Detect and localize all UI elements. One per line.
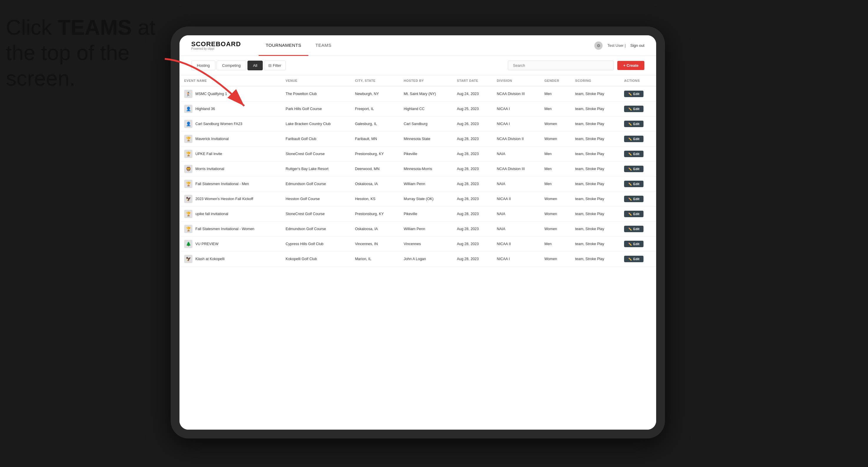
tablet-frame: SCOREBOARD Powered by clippl TOURNAMENTS…	[170, 27, 665, 438]
cell-venue: The Powelton Club	[281, 86, 350, 101]
pencil-icon	[628, 257, 632, 261]
tab-tournaments[interactable]: TOURNAMENTS	[259, 35, 308, 56]
cell-hosted-by: William Penn	[399, 177, 452, 192]
cell-venue: Ruttger's Bay Lake Resort	[281, 161, 350, 177]
event-icon: 👤	[184, 120, 192, 128]
cell-scoring: team, Stroke Play	[570, 117, 620, 131]
event-name-text: MSMC Qualifying 1	[195, 92, 227, 96]
cell-city: Deerwood, MN	[350, 161, 399, 177]
edit-button[interactable]: Edit	[624, 196, 644, 202]
cell-start-date: Aug 26, 2023	[452, 117, 492, 131]
cell-venue: Edmundson Golf Course	[281, 222, 350, 237]
pencil-icon	[628, 107, 632, 111]
edit-button[interactable]: Edit	[624, 91, 644, 97]
cell-venue: Hesston Golf Course	[281, 192, 350, 207]
cell-actions: Edit	[619, 131, 656, 147]
cell-event-name: 🏆 Fall Statesmen Invitational - Men	[180, 177, 281, 192]
cell-start-date: Aug 28, 2023	[452, 192, 492, 207]
edit-button[interactable]: Edit	[624, 151, 644, 157]
cell-gender: Women	[539, 252, 570, 267]
event-icon: 🦁	[184, 165, 192, 173]
cell-scoring: team, Stroke Play	[570, 147, 620, 161]
event-icon: 🏌	[184, 90, 192, 98]
cell-event-name: 🏌 MSMC Qualifying 1	[180, 86, 281, 101]
table-row: 🦅 2023 Women's Hesston Fall Kickoff Hess…	[180, 192, 656, 207]
edit-button[interactable]: Edit	[624, 181, 644, 187]
cell-division: NAIA	[492, 222, 539, 237]
pencil-icon	[628, 197, 632, 201]
create-button[interactable]: + Create	[617, 61, 644, 70]
cell-gender: Women	[539, 117, 570, 131]
edit-button[interactable]: Edit	[624, 211, 644, 217]
cell-scoring: team, Stroke Play	[570, 131, 620, 147]
event-name-text: Morris Invitational	[195, 167, 224, 171]
signout-link[interactable]: Sign out	[630, 43, 644, 48]
cell-start-date: Aug 28, 2023	[452, 207, 492, 222]
cell-event-name: 🦅 Klash at Kokopelli	[180, 252, 281, 267]
edit-button[interactable]: Edit	[624, 136, 644, 142]
cell-division: NCAA Division II	[492, 131, 539, 147]
table-row: 🌲 VU PREVIEW Cypress Hills Golf Club Vin…	[180, 237, 656, 252]
cell-venue: Edmundson Golf Course	[281, 177, 350, 192]
edit-button[interactable]: Edit	[624, 226, 644, 232]
cell-actions: Edit	[619, 161, 656, 177]
tab-teams[interactable]: TEAMS	[308, 35, 338, 56]
pencil-icon	[628, 167, 632, 171]
cell-event-name: 🌲 VU PREVIEW	[180, 237, 281, 252]
cell-city: Hesston, KS	[350, 192, 399, 207]
cell-actions: Edit	[619, 147, 656, 161]
event-icon: 🌲	[184, 240, 192, 248]
tablet-screen: SCOREBOARD Powered by clippl TOURNAMENTS…	[180, 35, 656, 430]
edit-button[interactable]: Edit	[624, 241, 644, 247]
cell-division: NICAA II	[492, 192, 539, 207]
col-scoring: SCORING	[570, 75, 620, 86]
cell-event-name: 🦅 2023 Women's Hesston Fall Kickoff	[180, 192, 281, 207]
table-row: 🏆 upike fall invitational StoneCrest Gol…	[180, 207, 656, 222]
header-left: SCOREBOARD Powered by clippl TOURNAMENTS…	[191, 35, 338, 56]
event-name-text: Highland 36	[195, 107, 215, 111]
cell-venue: Faribault Golf Club	[281, 131, 350, 147]
table-row: 🏆 UPKE Fall Invite StoneCrest Golf Cours…	[180, 147, 656, 161]
col-division: DIVISION	[492, 75, 539, 86]
cell-hosted-by: Carl Sandburg	[399, 117, 452, 131]
pencil-icon	[628, 152, 632, 156]
all-filter-button[interactable]: All	[247, 61, 263, 70]
competing-filter-button[interactable]: Competing	[217, 61, 246, 70]
cell-gender: Women	[539, 207, 570, 222]
main-nav: TOURNAMENTS TEAMS	[259, 35, 338, 56]
cell-hosted-by: Vincennes	[399, 237, 452, 252]
table-row: 👤 Carl Sandburg Women FA23 Lake Bracken …	[180, 117, 656, 131]
table-header: EVENT NAME VENUE CITY, STATE HOSTED BY S…	[180, 75, 656, 86]
cell-venue: Kokopelli Golf Club	[281, 252, 350, 267]
cell-start-date: Aug 28, 2023	[452, 252, 492, 267]
cell-scoring: team, Stroke Play	[570, 207, 620, 222]
cell-city: Freeport, IL	[350, 101, 399, 117]
pencil-icon	[628, 242, 632, 246]
edit-button[interactable]: Edit	[624, 256, 644, 262]
event-icon: 🦅	[184, 255, 192, 263]
cell-city: Prestonsburg, KY	[350, 147, 399, 161]
cell-actions: Edit	[619, 207, 656, 222]
toolbar-filters: Hosting Competing All ⊟ Filter	[191, 61, 286, 70]
table-row: 🏆 Fall Statesmen Invitational - Men Edmu…	[180, 177, 656, 192]
cell-actions: Edit	[619, 192, 656, 207]
cell-event-name: 🏆 UPKE Fall Invite	[180, 147, 281, 161]
pencil-icon	[628, 227, 632, 231]
cell-gender: Men	[539, 237, 570, 252]
logo-subtitle: Powered by clippl	[191, 48, 241, 50]
table-row: 👤 Highland 36 Park Hills Golf Course Fre…	[180, 101, 656, 117]
table-row: 🏆 Fall Statesmen Invitational - Women Ed…	[180, 222, 656, 237]
cell-city: Newburgh, NY	[350, 86, 399, 101]
edit-button[interactable]: Edit	[624, 121, 644, 127]
search-input[interactable]	[508, 61, 614, 70]
filter-button[interactable]: ⊟ Filter	[264, 61, 286, 70]
event-icon: 🏆	[184, 210, 192, 218]
cell-venue: StoneCrest Golf Course	[281, 147, 350, 161]
cell-gender: Women	[539, 192, 570, 207]
edit-button[interactable]: Edit	[624, 106, 644, 112]
col-venue: VENUE	[281, 75, 350, 86]
event-icon: 🏆	[184, 150, 192, 158]
edit-button[interactable]: Edit	[624, 166, 644, 172]
logo-title: SCOREBOARD	[191, 41, 241, 48]
hosting-filter-button[interactable]: Hosting	[191, 61, 215, 70]
